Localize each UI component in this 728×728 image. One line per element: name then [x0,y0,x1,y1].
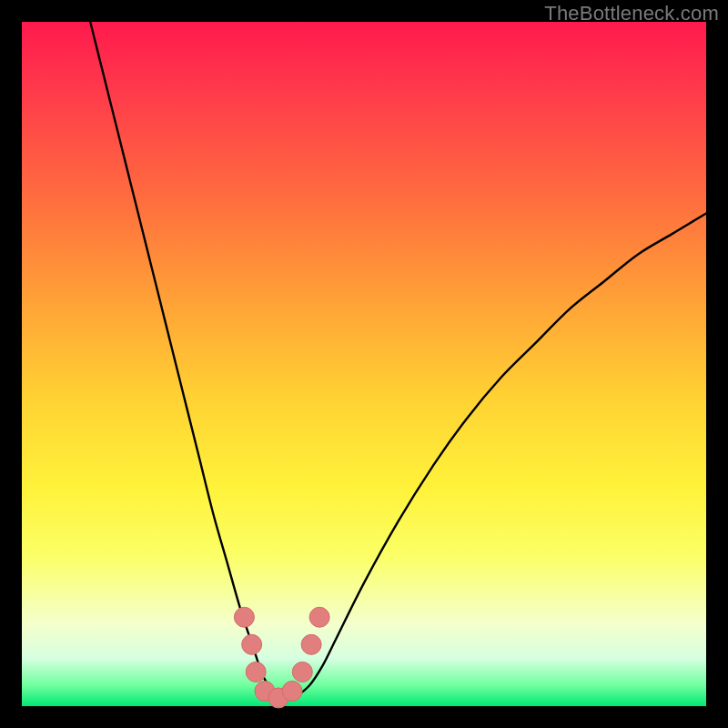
curve-marker [301,634,321,654]
curve-marker [234,607,254,627]
chart-frame: TheBottleneck.com [0,0,728,728]
curve-marker [292,662,312,682]
watermark-text: TheBottleneck.com [544,2,719,25]
curve-marker [246,662,266,682]
chart-svg [22,22,706,706]
curve-marker [282,681,302,701]
curve-marker [309,607,329,627]
plot-area [22,22,706,706]
bottleneck-curve-path [90,22,706,699]
curve-marker [242,634,262,654]
curve-markers-group [234,607,329,708]
